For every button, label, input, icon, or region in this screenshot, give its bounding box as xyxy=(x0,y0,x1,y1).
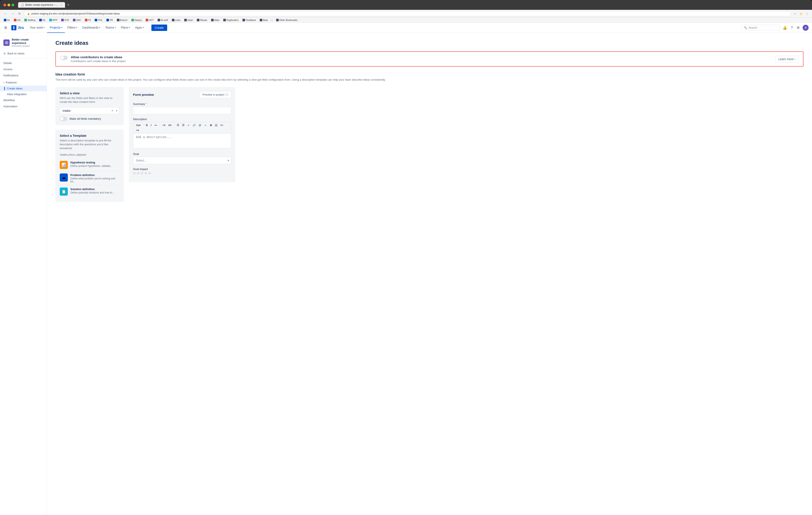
toolbar-align[interactable]: ≡▾ xyxy=(162,123,166,127)
back-button[interactable]: ← xyxy=(3,11,8,16)
project-info: Better create experience Discovery proje… xyxy=(12,38,43,47)
impact-dot-3[interactable] xyxy=(141,172,143,174)
view-select[interactable]: Intake xyxy=(60,107,119,114)
toolbar-link[interactable]: 🔗 xyxy=(192,123,197,127)
nav-apps[interactable]: Apps ▾ xyxy=(133,23,146,33)
nav-dashboards[interactable]: Dashboards ▾ xyxy=(80,23,103,33)
settings-button[interactable]: ⚙ xyxy=(796,25,801,30)
bookmark-pol[interactable]: POL xyxy=(93,18,104,22)
bookmark-deploy[interactable]: Deploy xyxy=(130,18,143,22)
sidebar-item-atlas-integration[interactable]: Atlas integration xyxy=(0,91,47,97)
help-button[interactable]: ? xyxy=(790,25,794,30)
bookmark-rituals[interactable]: Rituals xyxy=(196,18,208,22)
impact-dot-4[interactable] xyxy=(145,172,147,174)
sidebar: Better create experience Discovery proje… xyxy=(0,33,47,515)
bookmark-dir-1[interactable]: Dir xyxy=(3,18,11,22)
toolbar-text-color[interactable]: A▾ xyxy=(167,123,173,127)
bookmark-links[interactable]: Links xyxy=(171,18,182,22)
bookmark-sac[interactable]: SAC xyxy=(71,18,82,22)
bookmark-puf[interactable]: PUF xyxy=(60,18,70,22)
new-tab-button[interactable]: + xyxy=(66,2,71,8)
search-box[interactable]: 🔍 Search xyxy=(742,25,780,30)
toolbar-checklist[interactable]: ✓ xyxy=(186,123,191,127)
learn-more-button[interactable]: Learn more › xyxy=(775,56,799,62)
template-item-solution[interactable]: 📋 Solution definition Define potential s… xyxy=(60,185,119,198)
toolbar-text-style[interactable]: Aa▾ xyxy=(135,123,142,127)
bookmarks-overflow[interactable]: » xyxy=(271,19,273,22)
toolbar-italic[interactable]: I xyxy=(150,123,152,127)
sidebar-item-automation[interactable]: Automation xyxy=(0,103,47,109)
template-item-hypothesis[interactable]: 📊 Hypothesis testing Define product hypo… xyxy=(60,159,119,171)
bookmark-icon[interactable]: ☆ xyxy=(792,11,797,16)
bookmark-atlas[interactable]: Atlas xyxy=(210,18,221,22)
toolbar-more[interactable]: ••• xyxy=(153,123,158,127)
app-switcher-button[interactable]: ⊞ xyxy=(3,25,8,30)
bookmark-feedback[interactable]: Feedback xyxy=(241,18,257,22)
toolbar-more-options[interactable]: +▾ xyxy=(135,128,140,133)
bookmark-pr[interactable]: PR xyxy=(105,18,114,22)
sidebar-item-workflow[interactable]: Workflow xyxy=(0,97,47,103)
nav-plans[interactable]: Plans ▾ xyxy=(118,23,133,33)
menu-icon[interactable]: ⋮ xyxy=(805,11,809,16)
impact-dot-5[interactable] xyxy=(148,172,151,174)
bookmark-ga[interactable]: GA xyxy=(12,18,22,22)
tab-close-icon[interactable]: ✕ xyxy=(60,4,62,6)
bookmark-dir-2[interactable]: Dir xyxy=(38,18,47,22)
bookmark-branch[interactable]: Branch xyxy=(116,18,129,22)
form-columns: Select a view We'll use the fields and f… xyxy=(55,87,804,202)
nav-projects[interactable]: Projects ▾ xyxy=(47,23,65,33)
impact-dot-1[interactable] xyxy=(133,172,136,174)
nav-filters[interactable]: Filters ▾ xyxy=(65,23,80,33)
goal-select[interactable]: Select... xyxy=(133,157,231,164)
create-button[interactable]: Create xyxy=(151,25,167,31)
toolbar-image[interactable]: ◫ xyxy=(214,123,219,127)
impact-dot-2[interactable] xyxy=(137,172,140,174)
toolbar-bold[interactable]: B xyxy=(145,123,149,127)
template-text: Solution definition Define potential sol… xyxy=(70,188,114,194)
bookmark-mstuff[interactable]: M-stuff xyxy=(156,18,169,22)
bookmark-hot[interactable]: HOT xyxy=(144,18,155,22)
bookmark-p2[interactable]: P2 xyxy=(84,18,92,22)
app-container: ⊞ Jira Your work ▾ Projects ▾ Filters xyxy=(0,23,812,515)
user-avatar[interactable]: A xyxy=(803,25,809,31)
nav-your-work[interactable]: Your work ▾ xyxy=(27,23,47,33)
bookmark-staffing[interactable]: Staffing xyxy=(23,18,37,22)
active-tab[interactable]: 📋 Better create experience – Jira ✕ xyxy=(18,2,65,8)
notifications-button[interactable]: 🔔 xyxy=(782,25,788,30)
features-section-header[interactable]: ▾ Features xyxy=(0,79,47,85)
toolbar-code[interactable]: <> xyxy=(219,123,224,127)
mandatory-fields-toggle[interactable] xyxy=(60,117,67,121)
sidebar-item-access[interactable]: Access xyxy=(0,66,47,72)
refresh-button[interactable]: ↻ xyxy=(17,11,22,16)
maximize-button[interactable] xyxy=(11,4,14,6)
nav-teams[interactable]: Teams ▾ xyxy=(103,23,118,33)
close-button[interactable] xyxy=(3,4,6,6)
sidebar-item-notifications[interactable]: Notifications xyxy=(0,72,47,79)
bookmark-dash[interactable]: Dash xyxy=(183,18,194,22)
sidebar-item-details[interactable]: Details xyxy=(0,60,47,66)
back-to-views-item[interactable]: ⊙ Back to views xyxy=(0,51,47,56)
contributors-toggle[interactable] xyxy=(60,56,68,60)
forward-button[interactable]: → xyxy=(10,11,16,16)
toolbar-bullet-list[interactable]: ☰ xyxy=(176,123,180,127)
toolbar-numbered-list[interactable]: ☰ xyxy=(181,123,185,127)
alert-description: Contributors can't create ideas in this … xyxy=(71,59,126,63)
goal-field: Goal Select... xyxy=(133,152,231,164)
summary-input[interactable] xyxy=(133,107,231,114)
toolbar-mention[interactable]: @ xyxy=(198,123,202,127)
bookmark-dogfooders[interactable]: Dogfooders xyxy=(222,18,240,22)
extensions-icon[interactable]: ⚡ xyxy=(798,11,804,16)
bookmark-other[interactable]: Other Bookmarks xyxy=(275,18,299,22)
jira-logo[interactable]: Jira xyxy=(11,25,24,30)
template-desc-text: Define potential solutions and how to... xyxy=(70,191,114,194)
bookmark-mtp[interactable]: MTP xyxy=(48,18,59,22)
preview-in-project-button[interactable]: Preview in project ⓘ xyxy=(200,91,231,98)
sidebar-item-create-ideas[interactable]: Create ideas xyxy=(0,85,47,91)
template-item-problem[interactable]: ☁ Problem definition Define what problem… xyxy=(60,171,119,185)
minimize-button[interactable] xyxy=(7,4,10,6)
toolbar-emoji[interactable]: ☺ xyxy=(203,123,208,127)
toolbar-table[interactable]: ⊞ xyxy=(209,123,213,127)
address-bar[interactable]: 🔒 polaris-staging.jira-dev.com/jira/pola… xyxy=(24,11,791,16)
description-textarea[interactable] xyxy=(133,133,231,148)
bookmark-beta[interactable]: Beta xyxy=(258,18,269,22)
